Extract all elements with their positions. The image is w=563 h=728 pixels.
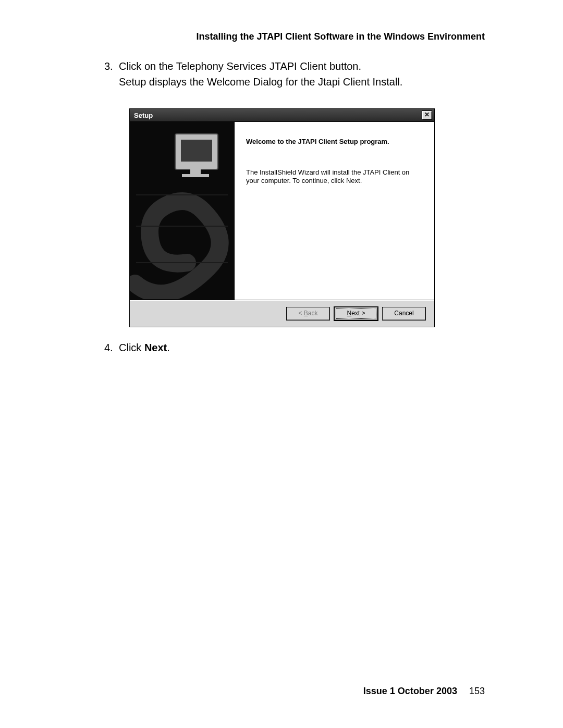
step-4-bold: Next [144,342,167,353]
footer-issue: Issue 1 October 2003 [363,686,457,696]
swirl-icon [130,174,234,299]
back-button: < Back [286,307,330,320]
welcome-heading: Welcome to the JTAPI Client Setup progra… [246,138,423,145]
dialog-content: Welcome to the JTAPI Client Setup progra… [235,122,434,300]
step-4-suffix: . [167,342,170,353]
next-button[interactable]: Next > [334,307,378,320]
monitor-stand-icon [190,169,201,174]
page-footer: Issue 1 October 2003 153 [363,686,485,697]
back-prefix: < [298,310,303,317]
step-4-prefix: Click [119,342,144,353]
titlebar: Setup ✕ [130,109,434,121]
window-title: Setup [134,112,422,119]
step-number: 4. [104,342,119,354]
monitor-icon [175,133,218,170]
close-button[interactable]: ✕ [422,110,432,120]
dialog-button-row: < Back Next > Cancel [130,300,434,327]
running-header: Installing the JTAPI Client Software in … [196,31,485,42]
next-rest: ext > [351,310,365,317]
dialog-body: Welcome to the JTAPI Client Setup progra… [130,121,434,300]
back-underline: B [304,310,308,317]
step-3: 3.Click on the Telephony Services JTAPI … [104,58,485,90]
step-3-line1: Click on the Telephony Services JTAPI Cl… [119,60,361,72]
setup-dialog: Setup ✕ Welcome to the JTAPI Client Setu… [129,108,435,327]
footer-page-number: 153 [469,686,485,696]
welcome-description: The InstallShield Wizard will install th… [246,168,423,186]
step-3-line2: Setup displays the Welcome Dialog for th… [104,74,485,90]
next-underline: N [347,310,351,317]
step-number: 3. [104,58,119,74]
step-4: 4.Click Next. [104,342,485,354]
back-rest: ack [308,310,318,317]
document-page: Installing the JTAPI Client Software in … [0,0,563,728]
cancel-button[interactable]: Cancel [382,307,426,320]
wizard-graphic [130,122,235,300]
